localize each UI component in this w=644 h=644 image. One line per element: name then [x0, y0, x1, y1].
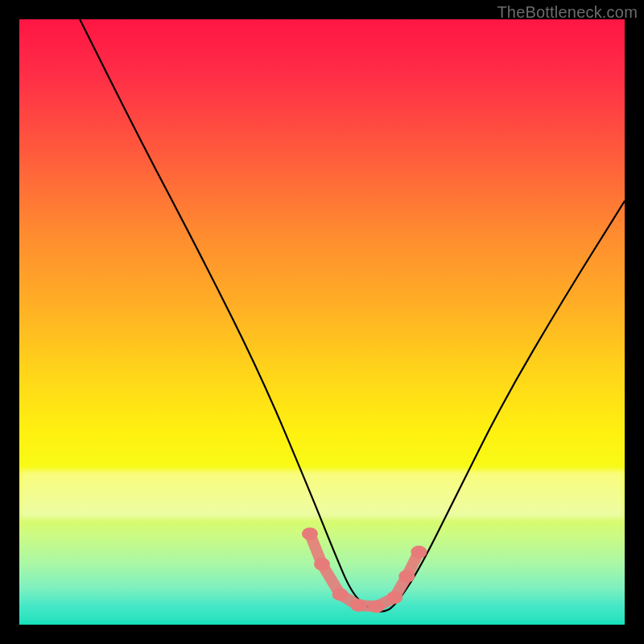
- chart-frame: TheBottleneck.com: [0, 0, 644, 644]
- marker-dot: [314, 558, 330, 571]
- marker-dot: [332, 588, 349, 601]
- plot-area: [19, 19, 625, 625]
- markers-group: [302, 527, 427, 613]
- marker-dot: [302, 527, 318, 540]
- marker-dot: [350, 599, 366, 612]
- marker-dot: [411, 546, 427, 559]
- marker-dot: [369, 600, 385, 613]
- marker-dot: [386, 591, 402, 604]
- bottleneck-curve: [80, 19, 625, 612]
- curve-group: [80, 19, 625, 612]
- chart-svg: [19, 19, 625, 625]
- marker-dot: [398, 570, 415, 583]
